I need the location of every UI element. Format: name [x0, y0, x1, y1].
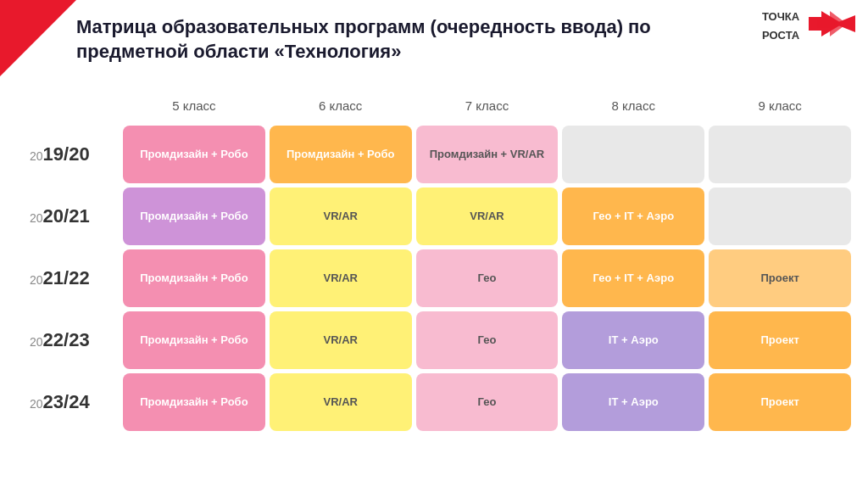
cell-3-3: IT + Аэро	[562, 311, 704, 369]
cell-2-2: Гео	[416, 249, 559, 307]
cell-4-4: Проект	[709, 373, 851, 431]
row-header-0: 2019/20	[25, 126, 119, 183]
cell-3-2: Гео	[416, 311, 559, 369]
page-header: Матрица образовательных программ (очеред…	[76, 15, 766, 64]
cell-0-2: Промдизайн + VR/AR	[416, 126, 559, 183]
cell-2-4: Проект	[709, 249, 851, 307]
logo-svg: ТОЧКА РОСТА	[762, 7, 855, 42]
row-header-2: 2021/22	[25, 249, 119, 307]
cell-1-2: VR/AR	[416, 188, 559, 245]
cell-2-3: Гео + IT + Аэро	[562, 249, 704, 307]
decorative-triangle	[0, 0, 76, 76]
main-content: 5 класс 6 класс 7 класс 8 класс 9 класс …	[25, 89, 851, 479]
grid-corner	[25, 89, 119, 121]
col-header-5: 5 класс	[123, 89, 265, 121]
cell-2-0: Промдизайн + Робо	[123, 249, 265, 307]
cell-0-1: Промдизайн + Робо	[270, 126, 412, 183]
cell-3-1: VR/AR	[270, 311, 412, 369]
cell-4-3: IT + Аэро	[562, 373, 704, 431]
row-header-1: 2020/21	[25, 188, 119, 245]
col-header-7: 7 класс	[416, 89, 559, 121]
cell-3-4: Проект	[709, 311, 851, 369]
svg-text:РОСТА: РОСТА	[762, 29, 800, 42]
page: ТОЧКА РОСТА Матрица образовательных прог…	[0, 0, 868, 487]
col-header-8: 8 класс	[562, 89, 704, 121]
cell-4-1: VR/AR	[270, 373, 412, 431]
cell-1-3: Гео + IT + Аэро	[562, 188, 704, 245]
page-title: Матрица образовательных программ (очеред…	[76, 15, 758, 64]
cell-0-0: Промдизайн + Робо	[123, 126, 265, 183]
row-header-4: 2023/24	[25, 373, 119, 431]
col-header-9: 9 класс	[709, 89, 851, 121]
row-header-3: 2022/23	[25, 311, 119, 369]
logo: ТОЧКА РОСТА	[762, 7, 855, 42]
matrix-grid: 5 класс 6 класс 7 класс 8 класс 9 класс …	[25, 89, 851, 431]
cell-1-0: Промдизайн + Робо	[123, 188, 265, 245]
svg-text:ТОЧКА: ТОЧКА	[762, 10, 800, 23]
cell-4-0: Промдизайн + Робо	[123, 373, 265, 431]
col-header-6: 6 класс	[270, 89, 412, 121]
cell-4-2: Гео	[416, 373, 559, 431]
title-bold: Матрица образовательных программ	[76, 16, 425, 37]
cell-1-1: VR/AR	[270, 188, 412, 245]
cell-0-4	[709, 126, 851, 183]
cell-0-3	[562, 126, 704, 183]
cell-1-4	[709, 188, 851, 245]
cell-3-0: Промдизайн + Робо	[123, 311, 265, 369]
cell-2-1: VR/AR	[270, 249, 412, 307]
